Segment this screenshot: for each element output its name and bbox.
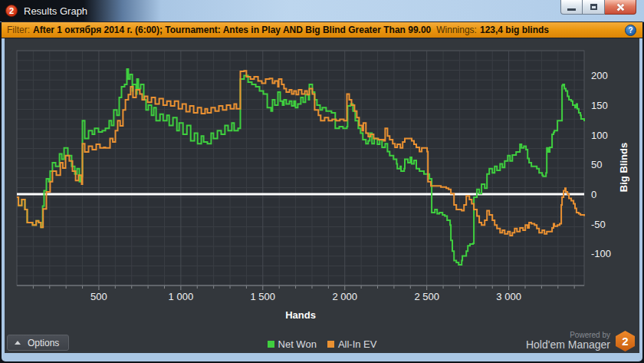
svg-text:0: 0 [591, 189, 596, 200]
options-button[interactable]: Options [7, 335, 69, 351]
svg-text:-50: -50 [591, 219, 606, 230]
svg-text:Hands: Hands [285, 309, 316, 321]
winnings-label: Winnings: [436, 25, 477, 35]
options-button-label: Options [28, 338, 59, 348]
hm2-logo-icon: 2 [616, 331, 635, 351]
brand-name: Hold'em Manager [526, 339, 610, 351]
minimize-icon [567, 8, 576, 11]
window-frame: 200150100500-50-100Big Blinds5001 0001 5… [2, 38, 642, 361]
close-icon [616, 3, 625, 12]
svg-text:150: 150 [591, 100, 608, 111]
titlebar[interactable]: 2 Results Graph [0, 0, 644, 22]
app-icon: 2 [5, 5, 18, 17]
legend-swatch-icon [327, 341, 334, 348]
chevron-up-icon [15, 341, 21, 345]
maximize-icon [590, 4, 597, 10]
chart-canvas: 200150100500-50-100Big Blinds5001 0001 5… [5, 38, 639, 333]
winnings-value: 123,4 big blinds [480, 25, 549, 35]
minimize-button[interactable] [560, 0, 583, 15]
maximize-button[interactable] [583, 0, 605, 15]
svg-text:1 000: 1 000 [169, 291, 194, 302]
results-chart: 200150100500-50-100Big Blinds5001 0001 5… [5, 38, 639, 333]
svg-text:2 500: 2 500 [414, 291, 439, 302]
svg-text:1 500: 1 500 [251, 291, 276, 302]
svg-text:Big Blinds: Big Blinds [618, 143, 629, 192]
close-button[interactable] [605, 0, 636, 15]
svg-text:50: 50 [591, 159, 602, 170]
svg-text:500: 500 [90, 291, 107, 302]
svg-text:3 000: 3 000 [496, 291, 521, 302]
help-icon[interactable]: ? [625, 25, 636, 36]
results-graph-window: 2 Results Graph Filter: After 1 октября … [0, 0, 644, 363]
legend-label: All-In EV [338, 338, 377, 350]
filter-bar: Filter: After 1 октября 2014 г. (6:00); … [2, 21, 642, 38]
bottom-bar: Options Net WonAll-In EV Powered by Hold… [5, 333, 639, 353]
svg-text:2 000: 2 000 [332, 291, 357, 302]
legend-label: Net Won [278, 338, 317, 350]
filter-label: Filter: [7, 25, 30, 35]
legend-item-net-won[interactable]: Net Won [268, 338, 317, 350]
powered-by-block: Powered by Hold'em Manager 2 [526, 331, 635, 351]
window-title: Results Graph [24, 5, 87, 17]
svg-text:-100: -100 [591, 248, 611, 259]
svg-text:200: 200 [591, 70, 608, 81]
graph-panel: 200150100500-50-100Big Blinds5001 0001 5… [5, 38, 639, 353]
legend-swatch-icon [268, 341, 274, 348]
svg-text:100: 100 [591, 130, 608, 141]
legend-item-all-in-ev[interactable]: All-In EV [327, 338, 377, 350]
filter-criteria: After 1 октября 2014 г. (6:00); Tourname… [33, 25, 431, 35]
